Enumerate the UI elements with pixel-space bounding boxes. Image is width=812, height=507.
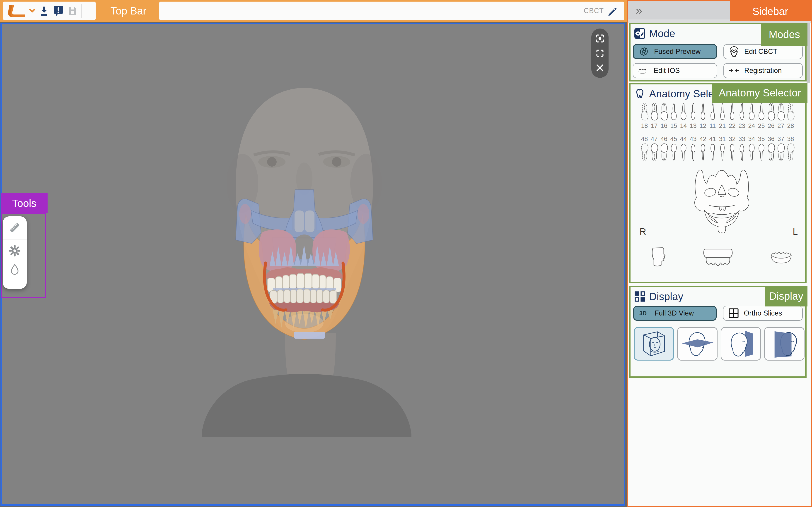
viewer-3d[interactable]: [0, 23, 625, 506]
tooth-33[interactable]: 33: [737, 135, 747, 163]
tooth-glyph: [650, 143, 659, 163]
tooth-38[interactable]: 38: [786, 135, 796, 163]
mode-button-registration[interactable]: Registration: [723, 63, 803, 78]
tooth-glyph: [669, 102, 678, 122]
mode-buttons: Fused PreviewEdit CBCTEdit IOSRegistrati…: [633, 44, 803, 78]
view-3d-box-button[interactable]: [634, 327, 674, 360]
brand-logo-icon[interactable]: [5, 5, 26, 17]
ortho-grid-icon: [728, 308, 739, 319]
display-annotation-label: Display: [765, 286, 807, 306]
lower-teeth-row: 48474645444342413132333435363738: [640, 135, 796, 163]
tooth-11[interactable]: 11: [708, 102, 717, 130]
tooth-31[interactable]: 31: [717, 135, 727, 163]
toolbox-divider: [81, 4, 82, 18]
display-button-label: Full 3D View: [655, 309, 694, 317]
settings-gear-icon[interactable]: [9, 245, 20, 257]
tooth-13[interactable]: 13: [688, 102, 698, 130]
grid-icon: [634, 291, 646, 302]
view-coronal-plane-button[interactable]: [764, 327, 805, 360]
tooth-32[interactable]: 32: [727, 135, 737, 163]
tooth-number: 31: [719, 135, 726, 143]
display-button-ortho-slices[interactable]: Ortho Slices: [723, 306, 803, 321]
tooth-18[interactable]: 18: [640, 102, 649, 130]
tooth-glyph: [718, 102, 727, 122]
tooth-48[interactable]: 48: [640, 135, 649, 163]
mode-panel-title: Mode: [649, 27, 675, 40]
save-icon[interactable]: [67, 6, 78, 16]
tooth-22[interactable]: 22: [727, 102, 737, 130]
chevrons-right-icon[interactable]: »: [636, 5, 642, 16]
view-orientation-buttons: [634, 327, 805, 360]
side-label-left: L: [793, 227, 798, 237]
tooth-number: 38: [787, 135, 794, 143]
tooth-36[interactable]: 36: [766, 135, 776, 163]
fused-preview-icon: [639, 46, 649, 57]
tooth-glyph: [757, 143, 766, 163]
alert-message-icon[interactable]: [53, 5, 64, 17]
view-axial-plane-icon: [679, 329, 715, 358]
tooth-45[interactable]: 45: [669, 135, 678, 163]
tooth-27[interactable]: 27: [776, 102, 786, 130]
tooth-21[interactable]: 21: [717, 102, 727, 130]
tooth-glyph: [689, 102, 698, 122]
tooth-42[interactable]: 42: [698, 135, 708, 163]
fullscreen-icon[interactable]: [595, 48, 605, 58]
tooth-number: 14: [680, 122, 687, 130]
tooth-25[interactable]: 25: [757, 102, 766, 130]
tooth-41[interactable]: 41: [708, 135, 717, 163]
mode-button-label: Fused Preview: [654, 48, 701, 56]
tooth-number: 37: [777, 135, 784, 143]
view-3d-box-icon: [636, 329, 672, 358]
tooth-glyph: [757, 102, 766, 122]
face-profile-icon[interactable]: [649, 246, 667, 268]
tooth-glyph: [767, 143, 776, 163]
view-coronal-plane-icon: [766, 329, 803, 358]
tooth-24[interactable]: 24: [747, 102, 757, 130]
mode-button-label: Edit IOS: [654, 66, 680, 75]
ruler-icon[interactable]: [9, 222, 20, 234]
jaw-diagram[interactable]: [684, 164, 760, 235]
tooth-16[interactable]: 16: [659, 102, 669, 130]
pencil-icon[interactable]: [607, 6, 617, 16]
droplet-icon[interactable]: [9, 264, 20, 276]
view-sagittal-plane-button[interactable]: [721, 327, 761, 360]
display-button-full-3d-view[interactable]: 3DFull 3D View: [633, 306, 717, 321]
display-panel-title: Display: [649, 290, 683, 302]
mode-button-edit-cbct[interactable]: Edit CBCT: [723, 44, 803, 59]
tooth-number: 16: [660, 122, 667, 130]
view-axial-plane-button[interactable]: [677, 327, 717, 360]
mode-button-edit-ios[interactable]: Edit IOS: [633, 63, 717, 78]
tooth-14[interactable]: 14: [678, 102, 688, 130]
svg-text:3D: 3D: [639, 310, 647, 317]
anatomy-annotation-label: Anatomy Selector: [712, 83, 807, 103]
mode-button-fused-preview[interactable]: Fused Preview: [633, 44, 717, 59]
tooth-47[interactable]: 47: [649, 135, 659, 163]
tooth-number: 26: [768, 122, 774, 130]
close-icon[interactable]: [595, 63, 605, 73]
focus-reset-icon[interactable]: [595, 34, 605, 43]
tooth-number: 43: [690, 135, 697, 143]
tooth-glyph: [718, 143, 727, 163]
tooth-15[interactable]: 15: [669, 102, 678, 130]
upper-jaw-icon[interactable]: [700, 248, 736, 269]
tooth-44[interactable]: 44: [678, 135, 688, 163]
tooth-number: 35: [758, 135, 765, 143]
tooth-glyph: [776, 143, 785, 163]
tooth-34[interactable]: 34: [747, 135, 757, 163]
sidebar: » Sidebar Mode Fused PreviewEdit CBCTEdi…: [627, 0, 812, 507]
tooth-37[interactable]: 37: [776, 135, 786, 163]
tooth-number: 45: [670, 135, 677, 143]
lower-jaw-icon[interactable]: [769, 248, 793, 268]
tooth-number: 48: [641, 135, 648, 143]
tooth-23[interactable]: 23: [737, 102, 747, 130]
tooth-43[interactable]: 43: [688, 135, 698, 163]
chevron-down-icon[interactable]: [29, 9, 35, 13]
tooth-35[interactable]: 35: [757, 135, 766, 163]
tooth-28[interactable]: 28: [786, 102, 796, 130]
tooth-26[interactable]: 26: [766, 102, 776, 130]
download-icon[interactable]: [39, 6, 49, 16]
tooth-12[interactable]: 12: [698, 102, 708, 130]
case-title-input[interactable]: CBCT: [159, 2, 624, 20]
tooth-17[interactable]: 17: [649, 102, 659, 130]
tooth-46[interactable]: 46: [659, 135, 669, 163]
